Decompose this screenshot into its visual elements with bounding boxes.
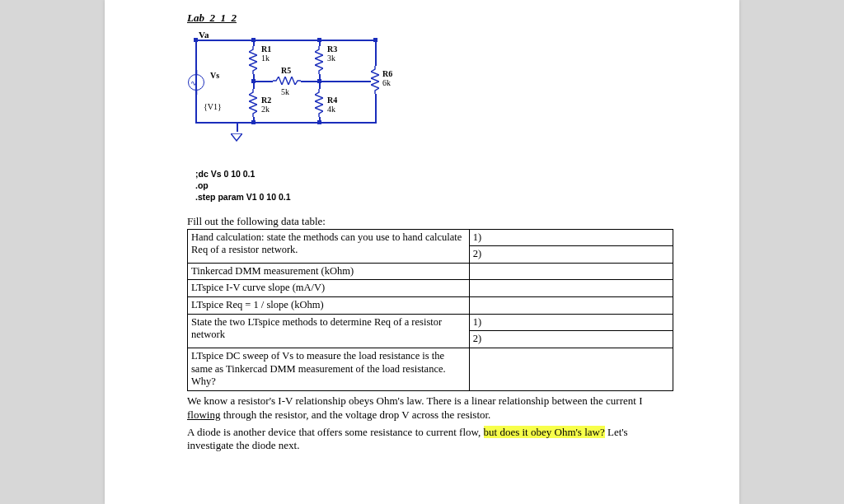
row1-ans1: 1): [469, 229, 673, 246]
directive-op: .op: [195, 180, 673, 191]
r6-value: 6k: [382, 78, 391, 87]
row1-ans2: 2): [469, 246, 673, 264]
paragraph-1: We know a resistor's I-V relationship ob…: [187, 394, 673, 422]
ground-symbol: [231, 132, 242, 142]
r1-value: 1k: [261, 54, 270, 63]
highlight: but does it obey Ohm's law?: [484, 426, 605, 438]
row2-ans: [469, 263, 673, 280]
r5-value: 5k: [281, 87, 289, 96]
resistor-r1: [249, 46, 257, 74]
row4-ans: [469, 297, 673, 315]
directive-step: .step param V1 0 10 0.1: [195, 191, 673, 203]
node-label: Va: [199, 30, 209, 40]
voltage-source: ∿: [188, 74, 204, 91]
table-prompt: Fill out the following data table:: [187, 215, 673, 228]
row5-ans1: 1): [469, 314, 673, 331]
resistor-r5: [273, 77, 301, 85]
directive-dc: ;dc Vs 0 10 0.1: [195, 168, 673, 180]
r3-value: 3k: [327, 54, 335, 63]
r6-label: R6: [382, 69, 392, 78]
row5-ans2: 2): [469, 331, 673, 348]
row3-label: LTspice I-V curve slope (mA/V): [188, 280, 470, 297]
row1-label: Hand calculation: state the methods can …: [188, 229, 470, 263]
resistor-r3: [315, 46, 323, 74]
paragraph-2: A diode is another device that offers so…: [187, 426, 673, 454]
document-page: Lab_2_1_2 Va ∿ Vs {V1} R11k: [105, 0, 739, 504]
resistor-r6: [371, 66, 379, 94]
row6-ans: [469, 348, 673, 390]
ltspice-schematic: Va ∿ Vs {V1} R11k: [187, 26, 434, 166]
row3-ans: [469, 280, 673, 297]
row2-label: Tinkercad DMM measurement (kOhm): [188, 263, 470, 280]
vs-value: {V1}: [204, 102, 222, 111]
vs-label: Vs: [210, 71, 219, 80]
row5-label: State the two LTspice methods to determi…: [188, 314, 470, 348]
resistor-r2: [249, 89, 257, 117]
data-table: Hand calculation: state the methods can …: [187, 229, 673, 391]
resistor-r4: [315, 89, 323, 117]
r3-label: R3: [327, 44, 337, 54]
lab-title: Lab_2_1_2: [187, 12, 673, 25]
row6-label: LTspice DC sweep of Vs to measure the lo…: [188, 348, 470, 390]
spice-directives: ;dc Vs 0 10 0.1 .op .step param V1 0 10 …: [195, 168, 673, 203]
r5-label: R5: [281, 66, 291, 75]
r2-label: R2: [261, 96, 271, 105]
r2-value: 2k: [261, 105, 270, 114]
row4-label: LTspice Req = 1 / slope (kOhm): [188, 297, 470, 315]
r4-value: 4k: [327, 105, 335, 114]
r1-label: R1: [261, 44, 271, 54]
r4-label: R4: [327, 96, 337, 105]
